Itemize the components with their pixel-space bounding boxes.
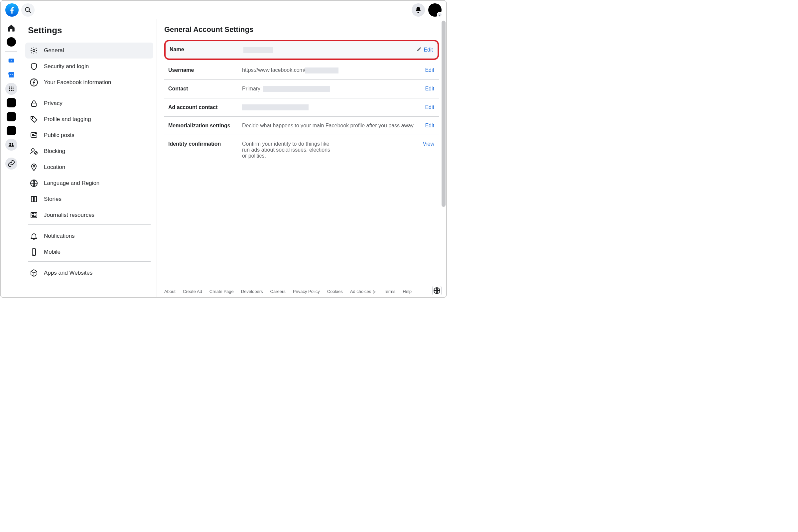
sidebar-item-your-facebook-information[interactable]: Your Facebook information [25, 75, 153, 91]
sidebar-item-apps-and-websites[interactable]: Apps and Websites [25, 265, 153, 281]
sidebar-item-privacy[interactable]: Privacy [25, 95, 153, 111]
sidebar-item-label: Stories [44, 196, 61, 203]
footer-link-create-ad[interactable]: Create Ad [183, 289, 202, 294]
main-panel: General Account Settings NameEditUsernam… [157, 19, 446, 297]
sidebar-item-label: Notifications [44, 233, 75, 240]
row-action-edit[interactable]: Edit [425, 67, 435, 73]
body: Settings GeneralSecurity and loginYour F… [1, 19, 446, 297]
svg-line-24 [35, 152, 37, 154]
scrollbar[interactable] [441, 21, 445, 207]
footer-link-careers[interactable]: Careers [270, 289, 286, 294]
sidebar-item-label: Public posts [44, 132, 75, 139]
footer-link-help[interactable]: Help [403, 289, 412, 294]
value-prefix: https://www.facebook.com/ [242, 67, 305, 73]
row-action-edit[interactable]: Edit [416, 46, 434, 53]
action-label: View [423, 141, 434, 147]
footer-link-create-page[interactable]: Create Page [209, 289, 234, 294]
row-label: Ad account contact [168, 104, 238, 110]
sidebar-item-journalist-resources[interactable]: Journalist resources [25, 207, 153, 223]
footer-link-developers[interactable]: Developers [241, 289, 263, 294]
sidebar-item-security-and-login[interactable]: Security and login [25, 58, 153, 75]
setting-row-name: NameEdit [164, 40, 439, 60]
account-avatar[interactable]: ⌄ [428, 3, 441, 17]
row-label: Identity confirmation [168, 141, 238, 147]
sidebar-item-blocking[interactable]: Blocking [25, 143, 153, 159]
sidebar-item-language-and-region[interactable]: Language and Region [25, 175, 153, 191]
sidebar-item-profile-and-tagging[interactable]: Profile and tagging [25, 111, 153, 127]
rail-divider [5, 51, 17, 52]
rail-menu[interactable] [5, 83, 17, 95]
row-action-edit[interactable]: Edit [425, 123, 435, 129]
rail-app-1[interactable] [5, 97, 17, 109]
footer-link-about[interactable]: About [164, 289, 175, 294]
shield-icon [29, 62, 39, 71]
setting-row-memorialization: Memorialization settingsDecide what happ… [164, 117, 439, 135]
rail-app-2[interactable] [5, 111, 17, 123]
row-label: Memorialization settings [168, 123, 238, 129]
svg-point-11 [11, 90, 12, 91]
facebook-f-icon [8, 6, 16, 14]
sidebar-item-label: Journalist resources [44, 212, 94, 218]
sidebar-item-public-posts[interactable]: Public posts [25, 127, 153, 143]
app-icon [7, 126, 16, 135]
footer-link-ad-choices[interactable]: Ad choices [350, 289, 376, 294]
rail-marketplace[interactable] [5, 69, 17, 81]
divider [28, 92, 151, 92]
footer-link-privacy-policy[interactable]: Privacy Policy [293, 289, 320, 294]
groups-icon [8, 141, 15, 148]
sidebar-item-notifications[interactable]: Notifications [25, 228, 153, 244]
news-icon [29, 210, 39, 220]
settings-sidebar: Settings GeneralSecurity and loginYour F… [22, 19, 157, 297]
action-label: Edit [424, 47, 433, 53]
facebook-logo[interactable] [5, 3, 19, 17]
rail-link[interactable] [5, 158, 17, 170]
setting-row-username: Usernamehttps://www.facebook.com/Edit [164, 61, 439, 80]
svg-point-18 [32, 118, 33, 119]
sidebar-item-mobile[interactable]: Mobile [25, 244, 153, 260]
sidebar-item-general[interactable]: General [25, 42, 153, 58]
value-text: Decide what happens to your main Faceboo… [242, 123, 415, 128]
svg-point-9 [13, 89, 14, 90]
svg-point-25 [33, 166, 35, 167]
cube-icon [29, 268, 39, 278]
tag-icon [29, 115, 39, 124]
row-value: https://www.facebook.com/ [242, 67, 415, 74]
home-icon [7, 24, 16, 32]
row-action-view[interactable]: View [423, 141, 435, 147]
redacted-value [243, 47, 273, 53]
svg-rect-17 [32, 103, 36, 107]
app-icon [7, 112, 16, 121]
fb-circle-icon [29, 78, 39, 87]
phone-icon [29, 247, 39, 257]
row-action-edit[interactable]: Edit [425, 86, 435, 92]
rail-groups[interactable] [5, 139, 17, 151]
notifications-button[interactable] [412, 3, 425, 17]
row-label: Username [168, 67, 238, 73]
footer-link-terms[interactable]: Terms [384, 289, 395, 294]
row-label: Contact [168, 86, 238, 92]
sidebar-item-label: Location [44, 164, 65, 171]
search-button[interactable] [21, 3, 35, 17]
topbar: ⌄ [1, 1, 446, 19]
svg-point-5 [11, 87, 12, 88]
row-action-edit[interactable]: Edit [425, 104, 435, 110]
bell-icon [415, 6, 422, 14]
rail-home[interactable] [5, 22, 17, 34]
topbar-left [5, 3, 35, 17]
rail-app-3[interactable] [5, 125, 17, 137]
rail-watch[interactable] [5, 55, 17, 67]
language-selector[interactable] [432, 286, 441, 295]
row-value: Decide what happens to your main Faceboo… [242, 123, 415, 129]
footer-link-cookies[interactable]: Cookies [327, 289, 343, 294]
search-icon [24, 6, 32, 14]
action-label: Edit [425, 123, 434, 128]
setting-row-identity: Identity confirmationConfirm your identi… [164, 135, 439, 165]
sidebar-item-location[interactable]: Location [25, 159, 153, 175]
marketplace-icon [7, 71, 15, 79]
profile-dot-icon [7, 37, 16, 46]
adchoices-icon [373, 290, 376, 294]
svg-point-8 [11, 89, 12, 90]
rail-profile[interactable] [5, 36, 17, 48]
setting-row-contact: ContactPrimary: Edit [164, 80, 439, 98]
sidebar-item-stories[interactable]: Stories [25, 191, 153, 207]
